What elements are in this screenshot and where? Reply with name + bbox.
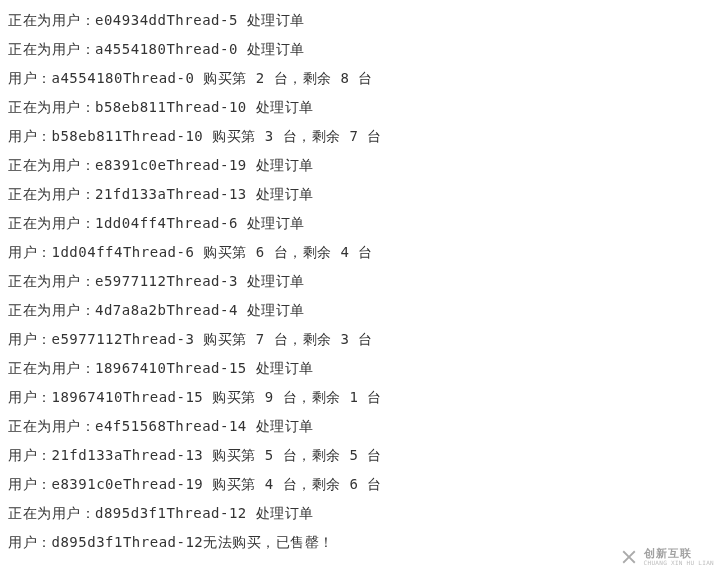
log-line: 用户：21fd133aThread-13 购买第 5 台，剩余 5 台 bbox=[8, 441, 712, 470]
watermark-logo-icon bbox=[618, 546, 640, 568]
log-line: 用户：b58eb811Thread-10 购买第 3 台，剩余 7 台 bbox=[8, 122, 712, 151]
log-line: 正在为用户：a4554180Thread-0 处理订单 bbox=[8, 35, 712, 64]
log-line: 正在为用户：1dd04ff4Thread-6 处理订单 bbox=[8, 209, 712, 238]
log-line: 正在为用户：e04934ddThread-5 处理订单 bbox=[8, 6, 712, 35]
log-line: 用户：18967410Thread-15 购买第 9 台，剩余 1 台 bbox=[8, 383, 712, 412]
log-line: 正在为用户：4d7a8a2bThread-4 处理订单 bbox=[8, 296, 712, 325]
log-line: 正在为用户：d895d3f1Thread-12 处理订单 bbox=[8, 499, 712, 528]
log-output: 正在为用户：e04934ddThread-5 处理订单 正在为用户：a45541… bbox=[0, 0, 720, 563]
watermark-text: 创新互联 CHUANG XIN HU LIAN bbox=[644, 548, 714, 566]
watermark-en: CHUANG XIN HU LIAN bbox=[644, 560, 714, 566]
log-line: 正在为用户：b58eb811Thread-10 处理订单 bbox=[8, 93, 712, 122]
watermark-cn: 创新互联 bbox=[644, 548, 714, 559]
log-line: 用户：1dd04ff4Thread-6 购买第 6 台，剩余 4 台 bbox=[8, 238, 712, 267]
log-line: 用户：e8391c0eThread-19 购买第 4 台，剩余 6 台 bbox=[8, 470, 712, 499]
log-line: 用户：e5977112Thread-3 购买第 7 台，剩余 3 台 bbox=[8, 325, 712, 354]
log-line: 用户：a4554180Thread-0 购买第 2 台，剩余 8 台 bbox=[8, 64, 712, 93]
log-line: 正在为用户：e4f51568Thread-14 处理订单 bbox=[8, 412, 712, 441]
watermark: 创新互联 CHUANG XIN HU LIAN bbox=[618, 546, 714, 568]
log-line: 正在为用户：21fd133aThread-13 处理订单 bbox=[8, 180, 712, 209]
log-line: 正在为用户：18967410Thread-15 处理订单 bbox=[8, 354, 712, 383]
log-line: 正在为用户：e5977112Thread-3 处理订单 bbox=[8, 267, 712, 296]
log-line: 正在为用户：e8391c0eThread-19 处理订单 bbox=[8, 151, 712, 180]
log-line: 用户：d895d3f1Thread-12无法购买，已售罄！ bbox=[8, 528, 712, 557]
